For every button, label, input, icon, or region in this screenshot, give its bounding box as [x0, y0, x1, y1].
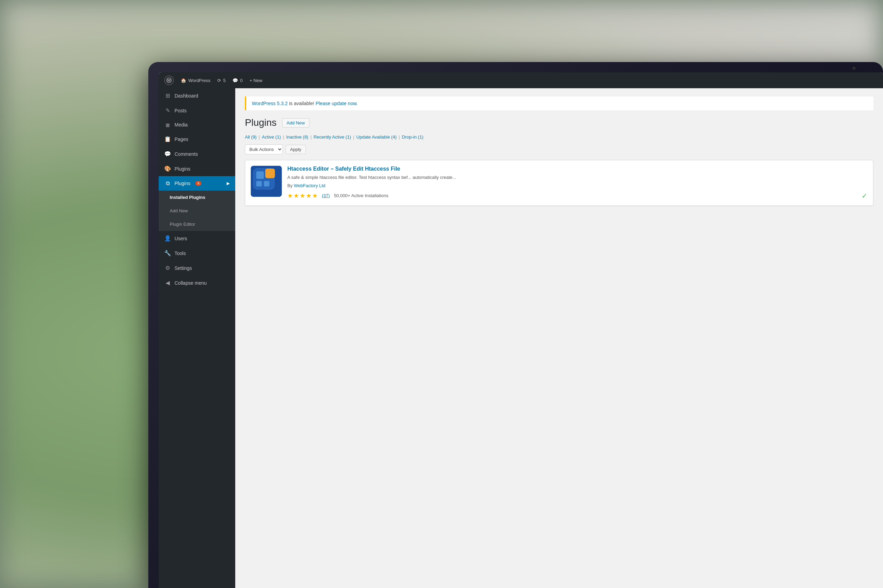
submenu-add-new[interactable]: Add New	[159, 204, 235, 218]
plugin-name[interactable]: Htaccess Editor – Safely Edit Htaccess F…	[287, 166, 868, 172]
svg-rect-6	[264, 181, 269, 186]
plugin-icon	[251, 166, 282, 197]
admin-bar-new[interactable]: + New	[250, 78, 262, 83]
plugins-badge: 4	[195, 181, 202, 186]
sep-2: |	[283, 134, 284, 140]
sidebar-label-appearance: Plugins	[174, 166, 190, 172]
sidebar-item-posts[interactable]: ✎ Posts	[159, 103, 235, 118]
wp-content: WordPress 5.3.2 is available! Please upd…	[235, 88, 883, 588]
page-title: Plugins	[245, 117, 277, 128]
updates-icon: ⟳	[217, 78, 221, 83]
apply-button[interactable]: Apply	[286, 145, 306, 154]
plugin-description: A safe & simple htaccess file editor. Te…	[287, 174, 868, 181]
sidebar-item-comments[interactable]: 💬 Comments	[159, 147, 235, 161]
sidebar-label-comments: Comments	[174, 151, 198, 157]
filter-update-available[interactable]: Update Available (4)	[356, 134, 397, 140]
filter-drop-in[interactable]: Drop-in (1)	[402, 134, 423, 140]
sidebar-item-settings[interactable]: ⚙ Settings	[159, 261, 235, 275]
sidebar-item-dashboard[interactable]: ⊞ Dashboard	[159, 88, 235, 103]
comments-sidebar-icon: 💬	[164, 151, 171, 157]
plugin-row: Htaccess Editor – Safely Edit Htaccess F…	[245, 160, 873, 206]
submenu-installed-plugins[interactable]: Installed Plugins	[159, 190, 235, 204]
filter-all[interactable]: All (9)	[245, 134, 257, 140]
admin-bar-updates[interactable]: ⟳ 5	[217, 78, 226, 83]
admin-bar-comments[interactable]: 💬 0	[233, 78, 242, 83]
svg-rect-4	[256, 171, 264, 179]
svg-rect-7	[265, 168, 275, 178]
plugins-table: Htaccess Editor – Safely Edit Htaccess F…	[245, 160, 873, 206]
admin-bar-site[interactable]: 🏠 WordPress	[181, 78, 211, 83]
plugins-arrow: ▶	[227, 181, 230, 186]
plugin-meta: ★ ★ ★ ★ ★ (37) 50,000+ Active Installati…	[287, 192, 868, 200]
svg-text:W: W	[167, 78, 171, 82]
plugin-editor-label: Plugin Editor	[170, 222, 195, 227]
star-4: ★	[306, 192, 311, 200]
sidebar-label-tools: Tools	[174, 250, 186, 256]
sep-1: |	[259, 134, 260, 140]
collapse-icon: ◀	[164, 279, 171, 286]
star-5: ★	[312, 192, 318, 200]
filter-recently-active[interactable]: Recently Active (1)	[313, 134, 351, 140]
tools-icon: 🔧	[164, 250, 171, 256]
plugin-stars: ★ ★ ★ ★ ★	[287, 192, 318, 200]
sep-3: |	[310, 134, 311, 140]
dashboard-icon: ⊞	[164, 92, 171, 99]
plugin-author-link[interactable]: WebFactory Ltd	[294, 183, 326, 188]
update-now-link[interactable]: Please update now	[316, 100, 356, 106]
submenu-plugin-editor[interactable]: Plugin Editor	[159, 218, 235, 231]
sidebar-item-appearance[interactable]: 🎨 Plugins	[159, 161, 235, 176]
star-1: ★	[287, 192, 293, 200]
sidebar-item-users[interactable]: 👤 Users	[159, 231, 235, 246]
install-count: 50,000+ Active Installations	[334, 193, 388, 198]
wp-version-link[interactable]: WordPress 5.3.2	[252, 100, 288, 106]
sidebar-item-collapse[interactable]: ◀ Collapse menu	[159, 275, 235, 290]
filter-links: All (9) | Active (1) | Inactive (8) | Re…	[245, 134, 873, 140]
sep-4: |	[353, 134, 354, 140]
sidebar-label-plugins: Plugins	[174, 181, 190, 186]
plugin-author: By WebFactory Ltd	[287, 183, 868, 188]
posts-icon: ✎	[164, 107, 171, 114]
filter-active[interactable]: Active (1)	[262, 134, 281, 140]
pages-icon: 📋	[164, 136, 171, 142]
sidebar-label-collapse: Collapse menu	[174, 280, 207, 286]
wp-sidebar: ⊞ Dashboard ✎ Posts ▦ Media 📋 Pages 💬	[159, 88, 235, 588]
settings-icon: ⚙	[164, 265, 171, 271]
update-notice-text: is available!	[289, 100, 316, 106]
installed-plugins-label: Installed Plugins	[170, 195, 205, 200]
add-new-button[interactable]: Add New	[282, 118, 309, 128]
add-new-plugin-label: Add New	[170, 208, 188, 213]
page-title-area: Plugins Add New	[245, 117, 873, 128]
updates-count: 5	[223, 78, 226, 83]
plugins-icon: ⧉	[164, 180, 171, 186]
wp-main: ⊞ Dashboard ✎ Posts ▦ Media 📋 Pages 💬	[159, 88, 883, 588]
active-checkmark: ✓	[862, 192, 868, 200]
sidebar-label-dashboard: Dashboard	[174, 93, 199, 99]
home-icon: 🏠	[181, 78, 186, 83]
sidebar-label-pages: Pages	[174, 136, 188, 142]
sidebar-item-media[interactable]: ▦ Media	[159, 118, 235, 132]
sidebar-item-tools[interactable]: 🔧 Tools	[159, 246, 235, 261]
bulk-actions-bar: Bulk Actions Activate Deactivate Update …	[245, 144, 873, 154]
bulk-actions-select[interactable]: Bulk Actions Activate Deactivate Update …	[245, 144, 283, 154]
users-icon: 👤	[164, 235, 171, 242]
sep-5: |	[399, 134, 400, 140]
plugins-submenu: Installed Plugins Add New Plugin Editor	[159, 190, 235, 231]
laptop-screen: W 🏠 WordPress ⟳ 5 💬 0 + New	[159, 72, 883, 588]
laptop-frame: W 🏠 WordPress ⟳ 5 💬 0 + New	[148, 62, 883, 588]
appearance-icon: 🎨	[164, 165, 171, 172]
new-label: + New	[250, 78, 262, 83]
wp-logo-icon[interactable]: W	[164, 75, 174, 85]
camera-dot	[853, 67, 855, 70]
star-3: ★	[300, 192, 305, 200]
sidebar-label-settings: Settings	[174, 266, 192, 271]
plugin-info: Htaccess Editor – Safely Edit Htaccess F…	[287, 166, 868, 200]
sidebar-item-plugins[interactable]: ⧉ Plugins 4 ▶	[159, 176, 235, 190]
rating-count[interactable]: (37)	[322, 193, 330, 198]
star-2: ★	[293, 192, 299, 200]
comments-icon: 💬	[233, 78, 238, 83]
sidebar-label-media: Media	[174, 122, 188, 128]
sidebar-item-pages[interactable]: 📋 Pages	[159, 132, 235, 147]
svg-rect-5	[256, 181, 262, 186]
filter-inactive[interactable]: Inactive (8)	[286, 134, 308, 140]
site-name: WordPress	[188, 78, 211, 83]
